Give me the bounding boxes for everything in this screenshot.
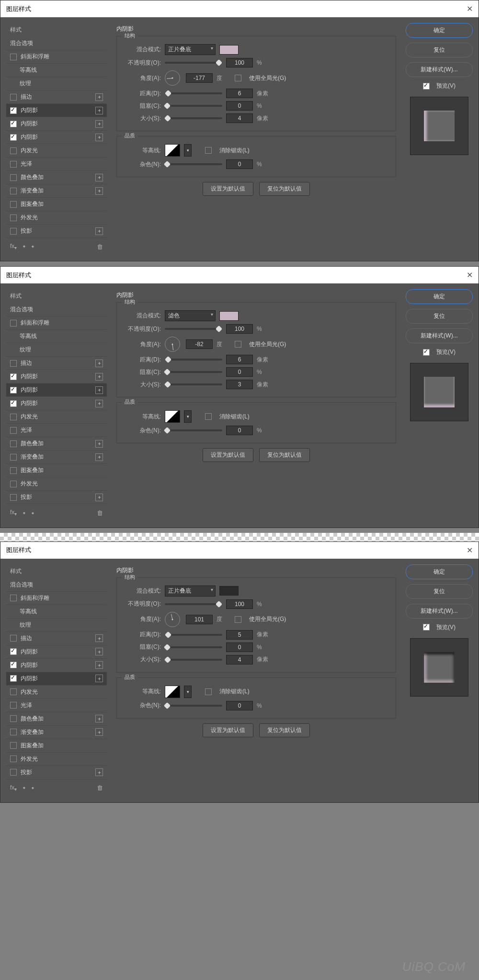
effect-row[interactable]: 斜面和浮雕 (6, 592, 107, 605)
effect-row[interactable]: 内阴影 ＋ (6, 370, 107, 383)
antialias-checkbox[interactable] (205, 688, 212, 695)
effect-row[interactable]: 等高线 (6, 64, 107, 77)
effect-row[interactable]: 图案叠加 (6, 464, 107, 477)
effect-checkbox[interactable] (10, 174, 17, 181)
preview-checkbox[interactable] (423, 624, 430, 631)
effect-row[interactable]: 内发光 (6, 686, 107, 699)
cancel-button[interactable]: 复位 (406, 584, 473, 599)
add-effect-icon[interactable]: ＋ (95, 728, 103, 736)
move-down-icon[interactable]: 🠻 (31, 785, 34, 791)
effect-row[interactable]: 颜色叠加 ＋ (6, 171, 107, 184)
close-icon[interactable]: ✕ (467, 546, 473, 555)
angle-dial[interactable] (165, 337, 180, 352)
angle-dial[interactable] (165, 70, 180, 86)
effect-row[interactable]: 外发光 (6, 477, 107, 491)
ok-button[interactable]: 确定 (406, 289, 473, 304)
add-effect-icon[interactable]: ＋ (95, 227, 103, 235)
move-up-icon[interactable]: 🠹 (23, 785, 25, 791)
value-input[interactable]: 3 (226, 380, 253, 389)
effect-row[interactable]: 投影 ＋ (6, 491, 107, 504)
reset-default-button[interactable]: 复位为默认值 (259, 723, 310, 737)
blending-options[interactable]: 混合选项 (6, 37, 107, 50)
angle-input[interactable]: -82 (186, 339, 213, 349)
effect-checkbox[interactable] (10, 494, 17, 501)
add-effect-icon[interactable]: ＋ (95, 386, 103, 394)
value-input[interactable]: 6 (226, 355, 253, 364)
move-down-icon[interactable]: 🠻 (31, 510, 34, 517)
effect-checkbox[interactable] (10, 454, 17, 461)
global-light-checkbox[interactable] (235, 75, 241, 81)
effect-checkbox[interactable] (10, 427, 17, 434)
effect-row[interactable]: 图案叠加 (6, 739, 107, 753)
effect-checkbox[interactable] (10, 769, 17, 776)
effect-row[interactable]: 内阴影 ＋ (6, 645, 107, 659)
add-effect-icon[interactable]: ＋ (95, 360, 103, 367)
effect-checkbox[interactable] (10, 387, 17, 394)
set-default-button[interactable]: 设置为默认值 (203, 182, 253, 196)
effect-row[interactable]: 渐变叠加 ＋ (6, 184, 107, 198)
value-input[interactable]: 100 (226, 599, 253, 609)
effect-row[interactable]: 内阴影 ＋ (6, 397, 107, 410)
blending-options[interactable]: 混合选项 (6, 303, 107, 316)
effect-row[interactable]: 纹理 (6, 619, 107, 632)
effect-row[interactable]: 描边 ＋ (6, 632, 107, 645)
effect-checkbox[interactable] (10, 742, 17, 749)
slider[interactable] (165, 646, 222, 648)
value-input[interactable]: 0 (226, 642, 253, 652)
effect-checkbox[interactable] (10, 107, 17, 114)
effect-checkbox[interactable] (10, 755, 17, 762)
close-icon[interactable]: ✕ (467, 4, 473, 13)
add-effect-icon[interactable]: ＋ (95, 187, 103, 195)
effect-checkbox[interactable] (10, 201, 17, 208)
effect-row[interactable]: 内阴影 ＋ (6, 672, 107, 686)
add-effect-icon[interactable]: ＋ (95, 373, 103, 381)
effect-checkbox[interactable] (10, 121, 17, 127)
preview-checkbox[interactable] (423, 83, 430, 90)
slider[interactable] (165, 117, 222, 119)
value-input[interactable]: 6 (226, 89, 253, 98)
effect-row[interactable]: 描边 ＋ (6, 90, 107, 104)
trash-icon[interactable]: 🗑 (97, 784, 103, 791)
color-swatch[interactable] (219, 45, 239, 55)
effect-row[interactable]: 纹理 (6, 77, 107, 90)
effect-checkbox[interactable] (10, 54, 17, 60)
add-effect-icon[interactable]: ＋ (95, 453, 103, 461)
trash-icon[interactable]: 🗑 (97, 243, 103, 250)
effect-row[interactable]: 颜色叠加 ＋ (6, 712, 107, 726)
move-up-icon[interactable]: 🠹 (23, 510, 25, 517)
move-down-icon[interactable]: 🠻 (31, 243, 34, 250)
effect-row[interactable]: 外发光 (6, 211, 107, 225)
chevron-down-icon[interactable]: ▾ (184, 144, 192, 157)
antialias-checkbox[interactable] (205, 147, 212, 154)
preview-checkbox[interactable] (423, 349, 430, 356)
set-default-button[interactable]: 设置为默认值 (203, 448, 253, 462)
effect-checkbox[interactable] (10, 675, 17, 682)
effect-checkbox[interactable] (10, 648, 17, 655)
effect-checkbox[interactable] (10, 400, 17, 407)
slider[interactable] (165, 371, 222, 373)
effect-row[interactable]: 内阴影 ＋ (6, 104, 107, 117)
slider[interactable] (165, 328, 222, 330)
effect-row[interactable]: 内发光 (6, 144, 107, 158)
add-effect-icon[interactable]: ＋ (95, 634, 103, 642)
effect-row[interactable]: 渐变叠加 ＋ (6, 451, 107, 464)
effect-row[interactable]: 斜面和浮雕 (6, 316, 107, 330)
effect-row[interactable]: 外发光 (6, 753, 107, 766)
effect-row[interactable]: 等高线 (6, 330, 107, 343)
reset-default-button[interactable]: 复位为默认值 (259, 182, 310, 196)
effect-row[interactable]: 光泽 (6, 699, 107, 712)
ok-button[interactable]: 确定 (406, 23, 473, 38)
angle-input[interactable]: 101 (186, 615, 213, 624)
add-effect-icon[interactable]: ＋ (95, 675, 103, 682)
value-input[interactable]: 0 (226, 367, 253, 377)
value-input[interactable]: 4 (226, 655, 253, 665)
global-light-checkbox[interactable] (235, 616, 241, 623)
effect-row[interactable]: 描边 ＋ (6, 357, 107, 370)
styles-header[interactable]: 样式 (6, 564, 107, 578)
value-input[interactable]: 5 (226, 630, 253, 640)
fx-icon[interactable]: fx▾ (10, 784, 17, 792)
slider[interactable] (165, 62, 222, 64)
slider[interactable] (165, 92, 222, 94)
effect-row[interactable]: 投影 ＋ (6, 766, 107, 779)
effect-row[interactable]: 纹理 (6, 343, 107, 357)
